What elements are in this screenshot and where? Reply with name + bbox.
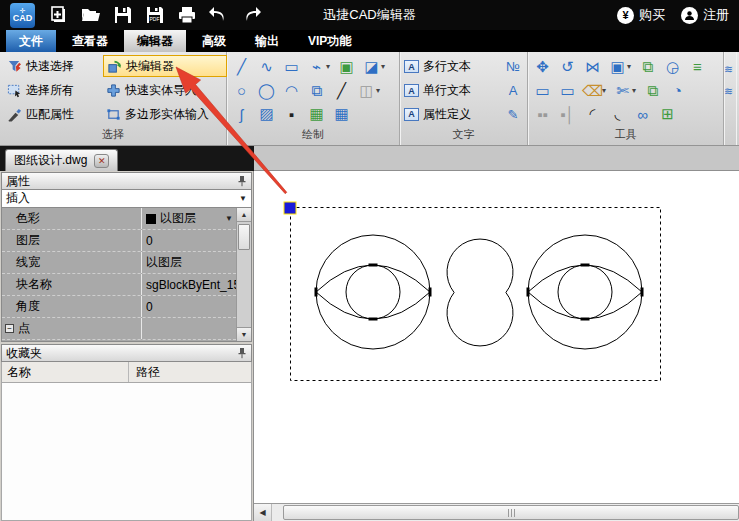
menu-file[interactable]: 文件 [6,30,56,52]
save-icon[interactable] [111,3,135,27]
quick-select-button[interactable]: 快速选择 [4,55,103,77]
save-pdf-icon[interactable]: PDF [143,3,167,27]
pen-icon[interactable]: ╱ [329,80,354,102]
select-all-button[interactable]: 选择所有 [4,79,103,101]
add-to-block-icon[interactable]: ⊞ [655,103,680,125]
region-dropdown-icon[interactable]: ▾ [627,62,635,71]
horizontal-scrollbar[interactable]: ◀ [254,503,739,521]
array-clock-icon[interactable]: ◔ [665,80,690,102]
undo-icon[interactable] [207,3,231,27]
favorites-list[interactable] [1,383,252,521]
drawing-canvas[interactable]: ◀ [254,171,739,521]
circle-icon[interactable]: ○ [229,80,254,102]
hatch-icon[interactable]: ▨ [254,103,279,125]
angle-value[interactable]: 0 [142,300,236,314]
erase-dropdown-icon[interactable]: ▾ [602,86,610,95]
sketch-icon[interactable]: ∿ [254,56,279,78]
move-icon[interactable]: ✥ [530,56,555,78]
left-sidebar: 属性 插入 ▼ 色彩 以图层 ▼ 图层 0 线宽 [0,171,254,521]
chamfer-icon[interactable]: ◟ [605,103,630,125]
redo-icon[interactable] [239,3,263,27]
copy-rotate-icon[interactable]: ◶ [660,56,685,78]
property-grid: 色彩 以图层 ▼ 图层 0 线宽 以图层 块名称 [1,208,252,342]
polyline-dropdown-icon[interactable]: ▾ [326,62,334,71]
group-label-draw: 绘制 [227,126,399,145]
quick-entity-import-button[interactable]: 快速实体导入 [103,79,227,101]
collapse-icon[interactable]: − [5,324,14,333]
yuan-icon: ¥ [617,7,634,24]
cad-drawing [254,171,739,503]
open-file-icon[interactable] [79,3,103,27]
paste-block-icon[interactable]: ⧉ [304,80,329,102]
fillet-icon[interactable]: ◜ [580,103,605,125]
tab-strip-spacer [254,146,739,171]
wipeout-dropdown-icon[interactable]: ▾ [381,62,389,71]
favorites-header: 收藏夹 [1,344,252,362]
rectangle-tool-icon[interactable]: ▭ [530,80,555,102]
copy-basepoint-icon[interactable]: ⧉ [640,80,665,102]
match-properties-button[interactable]: 匹配属性 [4,103,103,125]
attribute-define-button[interactable]: A 属性定义 ✎ [400,102,527,126]
scroll-up-icon[interactable]: ▲ [237,208,251,222]
close-tab-icon[interactable]: ✕ [94,154,109,168]
attribute-define-icon: A [404,108,419,121]
column-path[interactable]: 路径 [129,364,160,381]
rectangle-tool2-icon[interactable]: ▭ [555,80,580,102]
text-style-icon[interactable]: A [503,83,523,98]
menu-editor[interactable]: 编辑器 [124,30,186,52]
menu-advanced[interactable]: 高级 [189,30,239,52]
group-label-select: 选择 [0,126,226,145]
menu-output[interactable]: 输出 [242,30,292,52]
align-icon[interactable]: ≡ [685,56,710,78]
block-editor-button[interactable]: 块编辑器 [103,55,227,77]
print-icon[interactable] [175,3,199,27]
document-tab[interactable]: 图纸设计.dwg ✕ [5,149,118,171]
partial-icon: ≋ [724,58,736,80]
point-icon[interactable]: ▪ [279,103,304,125]
menu-viewer[interactable]: 查看器 [59,30,121,52]
insert-block-icon[interactable]: ▣ [334,56,359,78]
app-logo[interactable]: ✛ CAD [10,3,35,28]
copy-entities-icon[interactable]: ⧉ [635,56,660,78]
text-edit-icon[interactable]: ✎ [503,107,523,122]
scroll-left-icon[interactable]: ◀ [254,504,272,521]
rotate-icon[interactable]: ↺ [555,56,580,78]
image-icon[interactable]: ▦ [304,103,329,125]
ellipse-icon[interactable]: ◯ [254,80,279,102]
layer-value[interactable]: 0 [142,234,236,248]
multiline-text-button[interactable]: A 多行文本 № [400,55,527,79]
scrollbar-thumb[interactable] [238,224,250,250]
register-button[interactable]: 注册 [681,6,729,24]
group-circles-icon[interactable]: ∞ [630,103,655,125]
group-label-tools: 工具 [528,126,723,145]
xref-dropdown-icon[interactable]: ▾ [376,86,384,95]
chevron-down-icon: ▼ [239,194,247,203]
eye-shape-right [527,235,644,349]
arc-icon[interactable]: ◠ [279,80,304,102]
scroll-down-icon[interactable]: ▼ [237,327,251,341]
hscrollbar-thumb[interactable] [283,505,739,520]
property-grid-scrollbar[interactable]: ▲ ▼ [236,208,251,341]
column-name[interactable]: 名称 [2,364,128,381]
polygon-entity-input-button[interactable]: 多边形实体输入 [103,103,227,125]
selection-grip[interactable] [284,202,296,214]
thumb-grip [508,509,515,517]
mirror-icon[interactable]: ⋈ [580,56,605,78]
menu-vip[interactable]: VIP功能 [295,30,364,52]
pin-icon[interactable] [237,175,247,187]
ribbon-group-draw: ╱ ∿ ▭ ⌁ ▾ ▣ ◪ ▾ ○ ◯ ◠ ⧉ ╱ ◫ ▾ ʃ ▨ ▪ ▦ ▦ … [227,52,400,145]
line-icon[interactable]: ╱ [229,56,254,78]
text-number-icon[interactable]: № [503,59,523,74]
new-file-icon[interactable] [47,3,71,27]
singleline-text-button[interactable]: A 单行文本 A [400,79,527,103]
pin-icon[interactable] [237,347,247,359]
color-value-dropdown[interactable]: 以图层 ▼ [142,210,236,227]
spline-icon[interactable]: ʃ [229,103,254,125]
blockname-value[interactable]: sgBlockByEnt_1598 [142,278,236,292]
property-category-select[interactable]: 插入 ▼ [1,190,252,208]
trim-dropdown-icon[interactable]: ▾ [632,86,640,95]
rectangle-icon[interactable]: ▭ [279,56,304,78]
lineweight-value[interactable]: 以图层 [142,254,236,271]
table-icon[interactable]: ▦ [329,103,354,125]
buy-button[interactable]: ¥ 购买 [617,6,665,24]
